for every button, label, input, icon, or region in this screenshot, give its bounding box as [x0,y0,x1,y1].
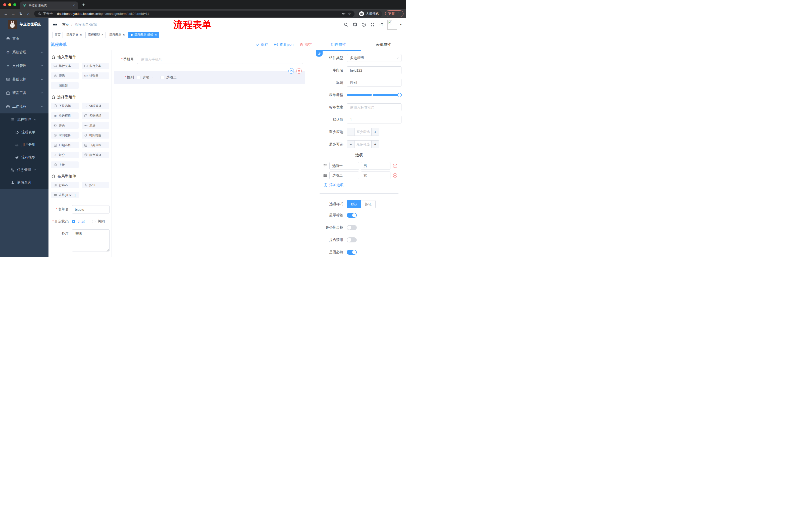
radio-option-off[interactable]: 关闭 [92,219,105,224]
search-icon[interactable] [344,22,348,27]
home-button[interactable]: ⌂ [25,11,32,16]
tab-close-icon[interactable]: ✕ [72,4,75,7]
clear-button[interactable]: 清空 [299,42,312,47]
radio-option-on[interactable]: 开启 [72,219,85,224]
duplicate-field-button[interactable] [288,68,294,74]
increment-button[interactable]: + [371,141,379,148]
sidebar-collapse-icon[interactable] [53,22,57,27]
sidebar-item-home[interactable]: 首页 [0,32,49,46]
sidebar-item-leave-query[interactable]: 请假查询 [0,176,49,189]
default-value-input[interactable] [347,116,402,124]
tab-component-props[interactable]: 组件属性 [316,39,361,50]
avatar-dropdown-caret-icon[interactable]: ▼ [400,23,402,26]
maximize-window-button[interactable] [13,3,16,6]
tag-close-icon[interactable]: ✕ [155,33,157,36]
checkbox-option-2[interactable]: 选项二 [161,75,177,80]
browser-tab[interactable]: 芋道管理系统 ✕ [20,1,78,9]
phone-input[interactable] [137,55,303,64]
style-default-button[interactable]: 默认 [347,200,361,208]
palette-item-counter[interactable]: 123 计数器 [82,73,109,79]
drag-handle-icon[interactable] [323,164,327,168]
option-value-input[interactable] [361,162,390,170]
forward-button[interactable]: → [10,11,17,16]
slider-handle[interactable] [397,93,402,97]
border-toggle[interactable] [347,225,357,230]
title-input[interactable] [347,79,402,86]
help-icon[interactable] [361,22,366,27]
palette-item-button[interactable]: 按钮 [82,182,109,188]
tag-close-icon[interactable]: ✕ [80,33,82,36]
tag-close-icon[interactable]: ✕ [101,33,103,36]
browser-menu-kebab-icon[interactable]: ⋮ [397,12,401,16]
palette-item-slider[interactable]: 滑块 [82,122,109,129]
slider-track[interactable] [347,94,402,96]
avatar[interactable] [387,20,397,30]
palette-item-date-picker[interactable]: 日期选择 [51,142,79,148]
remove-option-button[interactable] [393,163,398,168]
component-type-select[interactable]: 多选框组 [347,54,402,62]
view-json-button[interactable]: 查看json [274,42,293,47]
remove-option-button[interactable] [393,173,398,178]
disabled-toggle[interactable] [347,237,357,242]
decrement-button[interactable]: − [347,141,355,148]
label-width-input[interactable] [347,103,402,111]
sidebar-item-process-model[interactable]: 流程模型 [0,151,49,164]
breadcrumb-home[interactable]: 首页 [62,22,69,27]
required-toggle[interactable] [347,250,357,255]
field-name-input[interactable] [347,66,402,74]
browser-update-button[interactable]: 更新 ⋮ [385,10,404,17]
sidebar-item-infra[interactable]: 基础设施 [0,73,49,86]
palette-item-table[interactable]: 表格[开发中] [51,192,79,198]
option-label-input[interactable] [329,162,359,170]
checkbox-option-1[interactable]: 选项一 [137,75,153,80]
tag-process-definition[interactable]: 流程定义✕ [64,32,84,38]
palette-item-cascader[interactable]: 级联选择 [82,103,109,109]
min-select-value[interactable]: 至少应选 [355,128,371,136]
show-label-toggle[interactable] [347,213,357,218]
palette-item-time-picker[interactable]: 时间选择 [51,132,79,139]
password-key-icon[interactable] [342,12,346,16]
form-canvas[interactable]: *手机号 [112,50,316,257]
form-grid-slider[interactable] [347,91,402,99]
palette-item-time-range[interactable]: 时间范围 [82,132,109,139]
sidebar-item-process-mgmt[interactable]: 流程管理 [0,113,49,126]
tag-process-form[interactable]: 流程表单✕ [107,32,127,38]
reload-button[interactable]: ↻ [18,11,24,16]
tab-form-props[interactable]: 表单属性 [361,39,406,50]
palette-item-single-text[interactable]: 单行文本 [51,63,79,69]
palette-item-multi-text[interactable]: 多行文本 [82,63,109,69]
palette-item-select[interactable]: 下拉选择 [51,103,79,109]
sidebar-item-payment[interactable]: ¥ 支付管理 [0,59,49,73]
checkbox-unchecked[interactable] [161,76,164,79]
decrement-button[interactable]: − [347,128,355,136]
close-window-button[interactable] [3,3,6,6]
bookmark-star-icon[interactable]: ☆ [348,12,351,16]
palette-item-upload[interactable]: 上传 [51,161,79,168]
palette-item-radio-group[interactable]: ◉ 单选框组 [51,112,79,119]
radio-unselected[interactable] [92,220,95,223]
sidebar-item-workflow[interactable]: 工作流程 [0,100,49,113]
palette-item-checkbox-group[interactable]: 多选框组 [82,112,109,119]
save-button[interactable]: 保存 [256,42,268,47]
font-size-icon[interactable]: TT [379,22,383,27]
option-label-input[interactable] [329,171,359,179]
palette-item-row-container[interactable]: 行容器 [51,182,79,188]
radio-selected[interactable] [72,220,76,223]
add-option-button[interactable]: 添加选项 [324,183,402,187]
fullscreen-icon[interactable] [370,22,375,27]
sidebar-item-system[interactable]: ⚙ 系统管理 [0,46,49,59]
tag-close-icon[interactable]: ✕ [123,33,125,36]
form-name-input[interactable] [72,205,110,214]
link-icon-button[interactable] [316,51,323,57]
max-select-value[interactable]: 最多可选 [355,141,371,148]
canvas-field-phone[interactable]: *手机号 [114,55,303,64]
option-value-input[interactable] [361,171,390,179]
sidebar-item-user-group[interactable]: 用户分组 [0,139,49,151]
style-button-button[interactable]: 按钮 [361,200,376,208]
github-icon[interactable] [352,22,357,27]
palette-item-rate[interactable]: ☆ 评分 [51,152,79,158]
back-button[interactable]: ← [2,11,9,16]
sidebar-item-task-mgmt[interactable]: 任务管理 [0,164,49,176]
new-tab-button[interactable]: + [82,2,85,7]
minimize-window-button[interactable] [8,3,11,6]
